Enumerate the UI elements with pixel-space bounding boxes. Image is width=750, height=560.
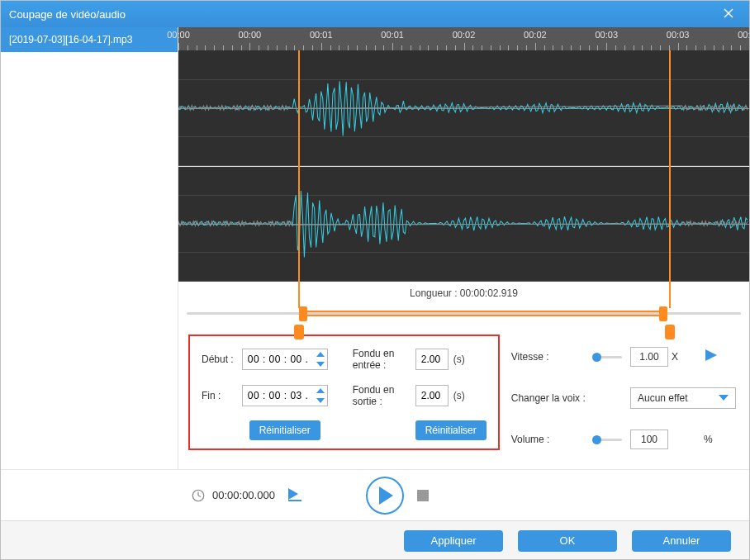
svg-marker-7	[719, 395, 729, 401]
jump-play-icon	[288, 486, 306, 501]
timeline[interactable]: 00:0000:0000:0100:0100:0200:0200:0300:03…	[178, 27, 749, 282]
window-title: Coupage de vidéo/audio	[9, 8, 716, 21]
fadein-input[interactable]	[415, 349, 449, 370]
end-spinner[interactable]	[314, 386, 327, 406]
range-bar[interactable]	[187, 305, 741, 321]
jump-to-start-button[interactable]	[288, 486, 306, 505]
fadeout-label: Fondu en sortie :	[353, 384, 407, 407]
reset-trim-button[interactable]: Réinitialiser	[249, 420, 320, 440]
end-label: Fin :	[202, 390, 234, 401]
speed-unit: X	[672, 351, 678, 363]
play-button[interactable]	[366, 477, 404, 515]
fadein-label: Fondu en entrée :	[353, 348, 407, 371]
spinner-down-icon[interactable]	[314, 359, 327, 369]
effects-panel: Vitesse : 1.00 X Changer la voix : Aucun…	[511, 335, 739, 450]
volume-label: Volume :	[511, 434, 586, 445]
spinner-down-icon[interactable]	[314, 396, 327, 406]
range-knob-end[interactable]	[659, 306, 667, 321]
volume-slider[interactable]	[594, 433, 622, 446]
voice-value: Aucun effet	[638, 392, 688, 404]
svg-marker-11	[288, 488, 298, 500]
apply-button[interactable]: Appliquer	[404, 530, 503, 552]
range-knob-start[interactable]	[299, 306, 307, 321]
close-icon	[724, 8, 733, 18]
time-ruler[interactable]: 00:0000:0000:0100:0100:0200:0200:0300:03…	[178, 27, 749, 50]
waveform-area[interactable]	[178, 50, 749, 282]
close-button[interactable]	[716, 8, 741, 21]
fadeout-input[interactable]	[415, 385, 449, 406]
svg-marker-4	[316, 388, 325, 393]
length-row: Longueur : 00:00:02.919	[178, 282, 749, 305]
waveform-channel-left	[178, 50, 749, 166]
start-input[interactable]	[242, 349, 328, 370]
file-sidebar: [2019-07-03][16-04-17].mp3	[1, 27, 178, 469]
fadein-field[interactable]	[416, 349, 448, 369]
seconds-unit: (s)	[453, 390, 465, 401]
svg-marker-2	[316, 352, 325, 357]
length-label: Longueur :	[410, 287, 457, 299]
footer: Appliquer OK Annuler	[1, 520, 749, 560]
file-item[interactable]: [2019-07-03][16-04-17].mp3	[1, 27, 178, 52]
titlebar: Coupage de vidéo/audio	[1, 1, 749, 27]
spinner-up-icon[interactable]	[314, 386, 327, 396]
ok-button[interactable]: OK	[518, 530, 617, 552]
trim-panel: Début : Fondu en entrée : (s) Fin	[188, 335, 500, 450]
chevron-down-icon	[719, 395, 729, 401]
end-field[interactable]	[243, 386, 314, 406]
preview-speed-button[interactable]	[704, 348, 736, 365]
svg-line-10	[198, 496, 201, 497]
playback-time: 00:00:00.000	[191, 488, 275, 503]
svg-marker-13	[379, 486, 393, 505]
length-value: 00:00:02.919	[460, 287, 518, 299]
playback-time-value: 00:00:00.000	[212, 489, 275, 501]
seconds-unit: (s)	[453, 354, 465, 365]
speed-slider[interactable]	[594, 350, 622, 363]
play-icon	[377, 486, 393, 505]
playback-bar: 00:00:00.000	[1, 469, 749, 520]
clock-icon	[191, 488, 206, 503]
play-icon	[704, 348, 719, 363]
voice-label: Changer la voix :	[511, 392, 586, 404]
stop-button[interactable]	[417, 490, 429, 501]
waveform-channel-right	[178, 166, 749, 282]
start-spinner[interactable]	[314, 349, 327, 369]
fadeout-field[interactable]	[416, 386, 448, 406]
spinner-up-icon[interactable]	[314, 349, 327, 359]
volume-unit: %	[704, 434, 736, 445]
speed-label: Vitesse :	[511, 351, 586, 363]
volume-value: 100	[630, 429, 668, 449]
cancel-button[interactable]: Annuler	[632, 530, 731, 552]
start-label: Début :	[202, 354, 234, 365]
svg-marker-3	[316, 362, 325, 367]
end-input[interactable]	[242, 385, 328, 406]
speed-value: 1.00	[630, 347, 668, 367]
svg-marker-6	[705, 349, 717, 361]
reset-fade-button[interactable]: Réinitialiser	[415, 420, 487, 440]
svg-marker-5	[316, 398, 325, 403]
start-field[interactable]	[243, 349, 314, 369]
voice-dropdown[interactable]: Aucun effet	[630, 387, 736, 409]
